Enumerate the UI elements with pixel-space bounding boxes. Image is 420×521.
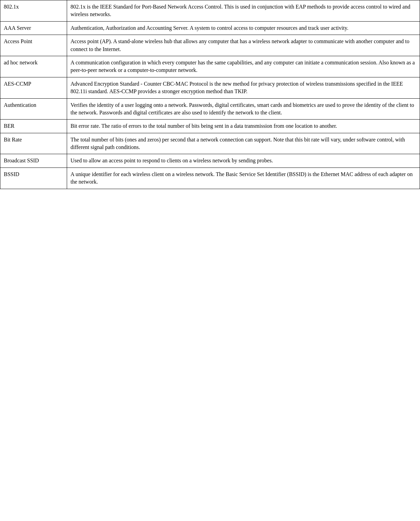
definition-cell: Authentication, Authorization and Accoun… [67, 21, 420, 35]
table-row: Access PointAccess point (AP). A stand-a… [0, 35, 420, 56]
table-row: AES-CCMPAdvanced Encryption Standard - C… [0, 77, 420, 98]
definition-cell: Access point (AP). A stand-alone wireles… [67, 35, 420, 56]
table-row: AuthenticationVerifies the identity of a… [0, 98, 420, 120]
term-cell: Broadcast SSID [0, 154, 67, 168]
definition-cell: Verifies the identity of a user logging … [67, 98, 420, 120]
term-cell: Authentication [0, 98, 67, 120]
term-cell: AAA Server [0, 21, 67, 35]
term-cell: BSSID [0, 168, 67, 189]
definition-cell: The total number of bits (ones and zeros… [67, 133, 420, 154]
table-row: 802.1x802.1x is the IEEE Standard for Po… [0, 0, 420, 22]
term-cell: BER [0, 120, 67, 133]
table-row: BERBit error rate. The ratio of errors t… [0, 120, 420, 133]
table-row: AAA ServerAuthentication, Authorization … [0, 21, 420, 35]
term-cell: ad hoc network [0, 56, 67, 77]
table-row: Bit RateThe total number of bits (ones a… [0, 133, 420, 154]
definition-cell: Advanced Encryption Standard - Counter C… [67, 77, 420, 98]
term-cell: 802.1x [0, 0, 67, 22]
definition-cell: A communication configuration in which e… [67, 56, 420, 77]
term-cell: AES-CCMP [0, 77, 67, 98]
table-row: ad hoc networkA communication configurat… [0, 56, 420, 77]
definition-cell: Used to allow an access point to respond… [67, 154, 420, 168]
table-row: BSSIDA unique identifier for each wirele… [0, 168, 420, 189]
definition-cell: 802.1x is the IEEE Standard for Port-Bas… [67, 0, 420, 22]
table-row: Broadcast SSIDUsed to allow an access po… [0, 154, 420, 168]
glossary-table: 802.1x802.1x is the IEEE Standard for Po… [0, 0, 420, 189]
term-cell: Bit Rate [0, 133, 67, 154]
definition-cell: Bit error rate. The ratio of errors to t… [67, 120, 420, 133]
definition-cell: A unique identifier for each wireless cl… [67, 168, 420, 189]
term-cell: Access Point [0, 35, 67, 56]
